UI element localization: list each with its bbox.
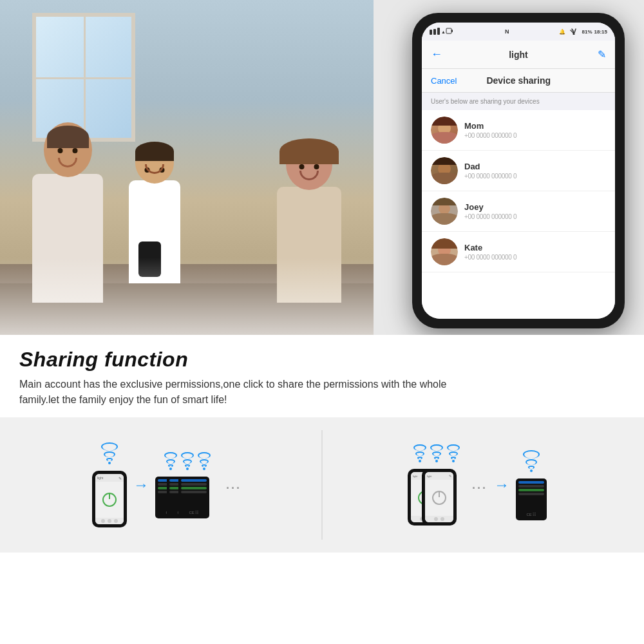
phone-screen-mini: light ✎	[95, 474, 124, 524]
contact-item-joey: Joey +00 0000 000000 0	[422, 191, 615, 232]
screen-title: light	[509, 50, 528, 60]
main-description: Main account has the exclusive permissio…	[19, 377, 457, 408]
phone-screen: ▲ N 🔔 81% 18:15	[422, 23, 615, 319]
contact-item-dad: Dad +00 0000 000000 0	[422, 151, 615, 191]
wifi-signal-3	[198, 452, 211, 470]
single-device: CE ☷	[516, 478, 547, 520]
contact-name: Dad	[464, 162, 606, 171]
main-heading: Sharing function	[19, 348, 625, 372]
power-line	[109, 493, 110, 499]
sharing-subtitle: User's below are sharing your devices	[422, 93, 615, 110]
single-phone-group: light ✎	[92, 442, 127, 527]
top-section: ▲ N 🔔 81% 18:15	[0, 0, 644, 335]
diagram-right: light ✎	[329, 444, 625, 526]
wifi-above-phone	[101, 442, 118, 467]
wifi-above-phones	[413, 444, 460, 465]
mini-status-bar: light ✎	[95, 474, 124, 482]
wifi-signal-phone-3	[447, 444, 460, 462]
photo-fade	[0, 258, 374, 335]
wifi-signal-phone-2	[430, 444, 443, 462]
sharing-header: Cancel Device sharing	[422, 69, 615, 93]
wifi-arc-2	[104, 451, 115, 457]
text-section: Sharing function Main account has the ex…	[0, 335, 644, 417]
phone-screen-b: light ✎	[425, 472, 453, 522]
edit-button[interactable]: ✎	[598, 48, 606, 61]
wifi-above-devices	[164, 452, 211, 473]
wifi-arc-3	[101, 442, 118, 451]
svg-rect-5	[451, 30, 453, 32]
cancel-button[interactable]: Cancel	[431, 76, 457, 86]
contact-info-kate: Kate +00 0000 000000 0	[464, 243, 606, 261]
single-device-group: CE ☷	[516, 450, 547, 520]
contact-item-kate: Kate +00 0000 000000 0	[422, 232, 615, 272]
wifi-signal-single	[523, 450, 540, 472]
dad-eyes	[58, 148, 78, 153]
bottom-diagram: light ✎ →	[0, 417, 644, 553]
contact-name: Kate	[464, 243, 606, 252]
svg-text:▲: ▲	[441, 30, 446, 34]
svg-rect-0	[430, 30, 432, 35]
contact-name: Mom	[464, 121, 606, 131]
svg-rect-4	[446, 28, 451, 33]
diagram-left: light ✎ →	[19, 442, 315, 527]
mini-footer	[95, 518, 124, 524]
single-phone: light ✎	[92, 471, 127, 527]
wifi-dot	[108, 462, 111, 464]
svg-rect-1	[433, 29, 436, 35]
section-divider	[321, 430, 323, 540]
avatar-mom	[431, 117, 458, 144]
wifi-above-single-device	[523, 450, 540, 475]
multi-device-row: CE ☷ CE ☷ CE ☷	[155, 477, 220, 518]
contact-name: Joey	[464, 202, 606, 212]
contact-info-mom: Mom +00 0000 000000 0	[464, 121, 606, 139]
avatar-joey	[431, 198, 458, 225]
mom-head	[286, 138, 332, 190]
back-button[interactable]: ←	[431, 48, 442, 61]
family-photo	[0, 0, 374, 335]
contact-phone: +00 0000 000000 0	[464, 213, 606, 220]
dad-head	[44, 122, 92, 177]
nav-bar: ← light ✎	[422, 41, 615, 69]
phone-b: light ✎	[422, 469, 457, 526]
svg-rect-2	[437, 28, 440, 35]
status-bar: ▲ N 🔔 81% 18:15	[422, 23, 615, 41]
wifi-signal-phone-1	[413, 444, 426, 462]
left-arrow: →	[133, 476, 149, 494]
contact-phone: +00 0000 000000 0	[464, 132, 606, 139]
wifi-signal-icon	[101, 442, 118, 464]
multi-phone-group: light ✎	[408, 444, 466, 526]
contact-phone: +00 0000 000000 0	[464, 173, 606, 180]
contact-info-dad: Dad +00 0000 000000 0	[464, 162, 606, 180]
device-3: CE ☷	[178, 477, 209, 518]
multi-device-group: CE ☷ CE ☷ CE ☷	[155, 452, 220, 518]
avatar-kate	[431, 238, 458, 265]
child-head	[135, 142, 174, 184]
contact-item-mom: Mom +00 0000 000000 0	[422, 110, 615, 151]
contact-info-joey: Joey +00 0000 000000 0	[464, 202, 606, 220]
left-dots: ...	[226, 478, 242, 492]
multi-phone-row: light ✎	[408, 469, 466, 526]
avatar-dad	[431, 157, 458, 184]
status-n: N	[505, 28, 509, 35]
wifi-signal-1	[164, 452, 177, 470]
right-arrow: →	[494, 476, 509, 494]
right-dots-before: ...	[472, 478, 488, 492]
mom-eyes	[299, 164, 319, 169]
status-right: 🔔 81% 18:15	[559, 28, 607, 35]
wifi-signal-2	[181, 452, 194, 470]
sharing-title: Device sharing	[486, 75, 551, 86]
phone-mockup: ▲ N 🔔 81% 18:15	[412, 13, 625, 328]
mini-screen-body	[95, 482, 124, 518]
power-button-icon	[102, 493, 117, 507]
status-left: ▲	[430, 27, 455, 36]
wifi-arc-1	[106, 458, 113, 461]
contact-phone: +00 0000 000000 0	[464, 254, 606, 261]
contact-list: Mom +00 0000 000000 0 Dad +	[422, 110, 615, 319]
